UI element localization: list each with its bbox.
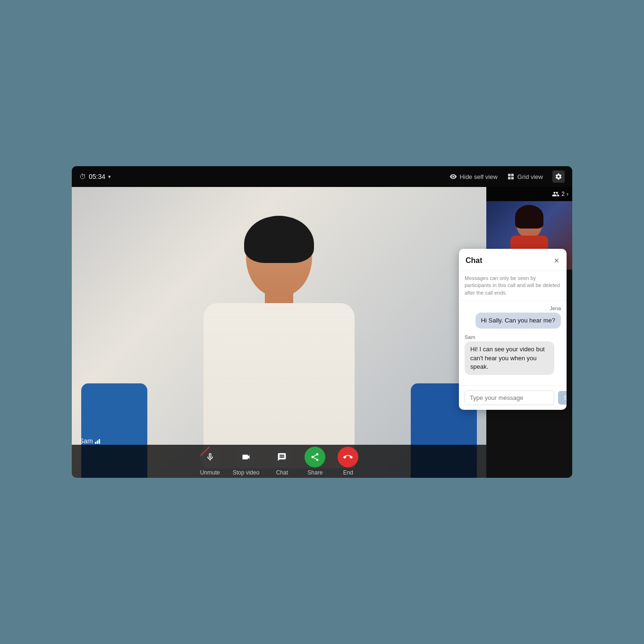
main-video: Sam [72, 187, 486, 478]
bar-1 [95, 442, 96, 444]
message-group-sam: Sam Hi! I can see your video but can't h… [465, 334, 561, 375]
chat-input-area: Send [459, 385, 567, 410]
signal-bars [95, 438, 100, 444]
grid-view-button[interactable]: Grid view [507, 173, 543, 180]
message-bubble-jena: Hi Sally. Can you hear me? [475, 313, 561, 329]
main-participant-name: Sam [79, 437, 93, 445]
chat-button[interactable]: Chat [267, 444, 297, 478]
self-hair [515, 205, 543, 229]
chat-send-button[interactable]: Send [558, 391, 567, 405]
stop-video-label: Stop video [233, 469, 260, 476]
main-person-figure [161, 204, 397, 478]
message-group-jena: Jena Hi Sally. Can you hear me? [465, 305, 561, 329]
hide-self-view-button[interactable]: Hide self view [449, 173, 498, 180]
grid-icon [507, 173, 515, 180]
mic-icon [205, 452, 215, 462]
chat-message-input[interactable] [465, 390, 554, 405]
timer-dropdown-icon[interactable]: ▾ [108, 174, 111, 180]
message-right-jena: Hi Sally. Can you hear me? [465, 313, 561, 329]
share-icon-circle [305, 447, 325, 467]
timer-display: 05:34 [89, 173, 105, 180]
stop-video-button[interactable]: Stop video [228, 444, 264, 478]
end-icon-circle [338, 447, 358, 467]
chat-icon [277, 452, 287, 462]
main-video-bg [72, 187, 486, 478]
message-sender-jena: Jena [465, 305, 561, 311]
message-bubble-sam: Hi! I can see your video but can't hear … [465, 341, 554, 375]
gear-icon [555, 173, 562, 180]
timer-icon: ⏱ [79, 173, 86, 180]
person-hair [244, 216, 314, 263]
participants-icon [552, 190, 559, 198]
chat-close-button[interactable]: × [553, 255, 560, 266]
video-container: ⏱ 05:34 ▾ Hide self view Grid view [72, 166, 572, 478]
end-label: End [343, 469, 353, 476]
share-label: Share [307, 469, 322, 476]
share-button[interactable]: Share [300, 444, 330, 478]
bottom-toolbar: Unmute Stop video Chat [72, 445, 486, 478]
participants-button[interactable]: 2 › [552, 190, 568, 198]
share-icon [310, 452, 320, 462]
end-call-button[interactable]: End [333, 444, 363, 478]
video-icon [241, 452, 251, 462]
unmute-icon-circle [200, 447, 220, 467]
unmute-button[interactable]: Unmute [195, 444, 225, 478]
eye-icon [449, 173, 457, 180]
participants-bar: 2 › [486, 187, 572, 201]
top-bar: ⏱ 05:34 ▾ Hide self view Grid view [72, 166, 572, 187]
participants-count: 2 [561, 191, 565, 197]
main-video-name-label: Sam [79, 437, 100, 445]
chat-icon-circle [271, 447, 292, 467]
bar-3 [99, 439, 100, 444]
message-sender-sam: Sam [465, 334, 561, 340]
bar-2 [97, 441, 98, 444]
stop-video-icon-circle [236, 447, 256, 467]
top-bar-right: Hide self view Grid view [449, 170, 565, 183]
chat-header: Chat × [459, 249, 567, 271]
chat-panel: Chat × Messages can only be seen by part… [459, 249, 567, 410]
chat-messages: Jena Hi Sally. Can you hear me? Sam Hi! … [459, 301, 567, 385]
top-bar-left: ⏱ 05:34 ▾ [79, 173, 111, 180]
chat-notice: Messages can only be seen by participant… [459, 271, 567, 301]
chat-title: Chat [466, 256, 483, 265]
end-call-icon [343, 452, 353, 462]
grid-view-label: Grid view [517, 173, 543, 180]
participants-chevron: › [567, 191, 568, 197]
unmute-label: Unmute [200, 469, 220, 476]
hide-self-view-label: Hide self view [460, 173, 498, 180]
chat-label: Chat [276, 469, 288, 476]
settings-button[interactable] [552, 170, 565, 183]
